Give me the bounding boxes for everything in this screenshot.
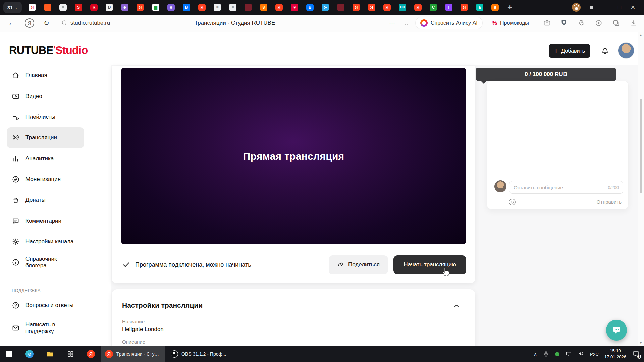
browser-tab[interactable]: В	[302, 1, 318, 13]
browser-tab[interactable]: 8	[487, 1, 503, 13]
user-avatar[interactable]	[618, 42, 634, 59]
browser-tab[interactable]: ➤	[318, 1, 333, 13]
browser-tab[interactable]: ≡	[225, 1, 240, 13]
antivirus-tray-icon[interactable]	[555, 352, 559, 356]
browser-tab[interactable]: Я	[271, 1, 287, 13]
new-tab-button[interactable]: +	[503, 1, 517, 13]
browser-tab[interactable]: В	[179, 1, 194, 13]
edge-browser-icon[interactable]: e	[21, 346, 38, 362]
browser-tab[interactable]: Я	[457, 1, 472, 13]
browser-tab[interactable]	[40, 1, 55, 13]
browser-tab[interactable]: Я	[194, 1, 210, 13]
browser-tab[interactable]: ☻	[163, 1, 179, 13]
browser-tab[interactable]: ▆	[148, 1, 163, 13]
start-stream-button[interactable]: Начать трансляцию	[393, 255, 466, 274]
sidebar-item-monetization[interactable]: Монетизация	[7, 169, 84, 190]
taskbar-window-obs[interactable]: OBS 31.1.2 - Проф...	[167, 346, 230, 362]
browser-menu-icon[interactable]: ≡	[590, 5, 593, 10]
taskbar-clock[interactable]: 15:19 17.01.2026	[604, 348, 626, 360]
notifications-bell-icon[interactable]	[600, 46, 610, 55]
sidebar-item-playlists[interactable]: Плейлисты	[7, 107, 84, 127]
scroll-down-arrow[interactable]: ▼	[639, 341, 642, 345]
omnibox-more-icon[interactable]: ⋯	[389, 19, 395, 27]
sidebar-item-home[interactable]: Главная	[7, 65, 84, 86]
sidebar-item-video[interactable]: Видео	[7, 86, 84, 107]
emoji-smiley-icon[interactable]	[508, 198, 517, 206]
browser-tab[interactable]: ♥	[287, 1, 302, 13]
browser-tab[interactable]: a	[472, 1, 487, 13]
scrollbar-thumb[interactable]	[640, 99, 642, 193]
sidebar-item-comments[interactable]: Комментарии	[7, 210, 84, 231]
file-explorer-icon[interactable]	[42, 346, 58, 362]
paw-icon[interactable]	[572, 3, 581, 12]
window-controls: ≡ — □ ✕	[572, 3, 641, 12]
browser-tab[interactable]: 8	[256, 1, 271, 13]
chat-message-input[interactable]	[514, 185, 605, 190]
sidebar-item-donations[interactable]: Донаты	[7, 190, 84, 210]
sidebar-item-blogger-guide[interactable]: Справочник блогера	[7, 252, 84, 273]
back-button[interactable]: ←	[8, 19, 15, 27]
sidebar-item-contact-support[interactable]: Написать в поддержку	[7, 316, 84, 341]
browser-tab[interactable]	[333, 1, 348, 13]
name-field-value[interactable]: Hellgate London	[122, 326, 164, 333]
share-button[interactable]: Поделиться	[329, 255, 388, 274]
url-text[interactable]: studio.rutube.ru	[70, 20, 110, 26]
volume-icon[interactable]	[578, 350, 584, 358]
sidebar-item-faq[interactable]: Вопросы и ответы	[7, 295, 84, 316]
browser-tab[interactable]: ≡	[210, 1, 225, 13]
browser-tab[interactable]: Я	[24, 1, 40, 13]
browser-tab[interactable]: Я	[364, 1, 379, 13]
sidebar-item-label: Справочник блогера	[25, 256, 79, 269]
screenshot-icon[interactable]	[543, 19, 551, 27]
browser-tab[interactable]: T	[441, 1, 457, 13]
start-stream-label: Начать трансляцию	[404, 261, 456, 268]
sidebar-item-broadcasts[interactable]: Трансляции	[7, 127, 84, 148]
tabs-panel-icon[interactable]	[612, 19, 620, 27]
send-message-button[interactable]: Отправить	[597, 199, 622, 205]
browser-tab[interactable]: ≡	[55, 1, 71, 13]
tab-favicon: Я	[353, 4, 360, 11]
adblock-shield-icon[interactable]	[560, 19, 568, 27]
action-center-icon[interactable]: 1	[632, 350, 640, 358]
taskbar-window-rutube[interactable]: Я Трансляции - Студ...	[101, 346, 165, 362]
start-button[interactable]	[1, 346, 17, 362]
ask-alice-button[interactable]: Спросить Алису AI	[415, 17, 483, 29]
omnibox-page-title[interactable]: Трансляции - Студия RUTUBE	[195, 20, 275, 26]
sidebar-item-analytics[interactable]: Аналитика	[7, 148, 84, 169]
browser-tab[interactable]: S	[71, 1, 86, 13]
language-indicator[interactable]: РУС	[590, 352, 599, 357]
network-icon[interactable]	[565, 351, 572, 357]
site-security-icon[interactable]	[61, 20, 67, 26]
tray-expand-icon[interactable]: ∧	[534, 352, 537, 357]
add-button[interactable]: + Добавить	[549, 44, 590, 58]
browser-tab[interactable]: С	[426, 1, 441, 13]
promo-codes-button[interactable]: % Промокоды	[487, 17, 534, 29]
browser-tab[interactable]	[240, 1, 256, 13]
minimize-button[interactable]: —	[602, 5, 608, 10]
yandex-browser-icon[interactable]: Я	[83, 346, 99, 362]
tab-counter-button[interactable]: 31 ⌄	[3, 2, 22, 13]
refresh-button[interactable]: ↻	[44, 19, 49, 27]
browser-tab[interactable]: HD	[395, 1, 410, 13]
close-button[interactable]: ✕	[631, 5, 635, 10]
extensions-puzzle-icon[interactable]	[578, 19, 585, 27]
yandex-home-button[interactable]: Я	[25, 18, 34, 28]
video-popup-icon[interactable]	[595, 19, 602, 27]
browser-tab[interactable]: Я	[410, 1, 426, 13]
browser-tab[interactable]: ☻	[117, 1, 132, 13]
collapse-chevron-up-icon[interactable]	[452, 302, 461, 310]
sidebar-item-channel-settings[interactable]: Настройки канала	[7, 231, 84, 252]
browser-tab[interactable]: R	[86, 1, 102, 13]
rutube-studio-logo[interactable]: RUTUBE’Studio	[9, 44, 88, 57]
app-grid-icon[interactable]	[62, 346, 78, 362]
scroll-up-arrow[interactable]: ▲	[639, 33, 642, 37]
maximize-button[interactable]: □	[618, 5, 621, 10]
browser-tab[interactable]: D	[102, 1, 117, 13]
downloads-icon[interactable]	[630, 19, 637, 27]
browser-tab[interactable]: Я	[348, 1, 364, 13]
support-chat-fab[interactable]	[606, 320, 627, 341]
bookmark-icon[interactable]	[403, 20, 410, 26]
browser-tab[interactable]: Я	[379, 1, 395, 13]
browser-tab[interactable]: Я	[132, 1, 148, 13]
microphone-icon[interactable]	[543, 351, 549, 357]
